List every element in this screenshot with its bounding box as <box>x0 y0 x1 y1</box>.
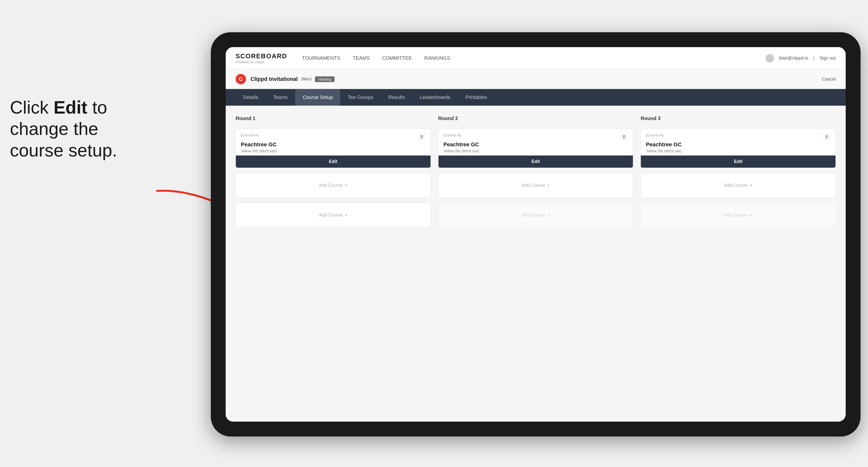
nav-rankings[interactable]: RANKINGS <box>424 54 450 62</box>
tab-results[interactable]: Results <box>381 89 412 106</box>
tab-navigation: Details Teams Course Setup Tee Groups Re… <box>226 89 846 106</box>
instruction-text: Click Edit tochange thecourse setup. <box>0 87 154 171</box>
nav-committee[interactable]: COMMITTEE <box>382 54 412 62</box>
round-1-title: Round 1 <box>236 116 431 121</box>
round-2-add-course-1[interactable]: Add Course + <box>438 173 633 198</box>
round-1-add-course-2[interactable]: Add Course + <box>236 203 431 227</box>
round-3-add-label-1: Add Course + <box>724 183 752 188</box>
logo-scoreboard: SCOREBOARD <box>236 52 287 60</box>
nav-teams[interactable]: TEAMS <box>353 54 370 62</box>
round-2-add-label-2: Add Course + <box>522 212 550 218</box>
round-2-course-details: Yellow (M) (6629 yds) <box>438 149 633 156</box>
round-2-column: Round 2 (Course A) 🗑 Peachtree GC Yellow… <box>438 116 633 227</box>
round-3-add-course-1[interactable]: Add Course + <box>641 173 836 198</box>
nav-links: TOURNAMENTS TEAMS COMMITTEE RANKINGS <box>302 54 766 62</box>
tournament-bar: C Clippd Invitational (Men) Hosting Canc… <box>226 69 846 89</box>
round-3-edit-button[interactable]: Edit <box>641 156 836 168</box>
round-2-add-label-1: Add Course + <box>522 183 550 188</box>
round-2-course-label: (Course A) <box>443 133 461 137</box>
instruction-line1: Click Edit tochange thecourse setup. <box>10 97 117 160</box>
round-3-course-card: (Course A) 🗑 Peachtree GC Yellow (M) (66… <box>641 129 836 168</box>
round-1-add-course-1[interactable]: Add Course + <box>236 173 431 198</box>
round-2-edit-button[interactable]: Edit <box>438 156 633 168</box>
round-1-add-label-1: Add Course + <box>319 183 347 188</box>
round-2-course-header: (Course A) 🗑 <box>438 129 633 142</box>
tournament-gender: (Men) <box>301 77 312 81</box>
instruction-bold: Edit <box>54 97 87 117</box>
user-avatar <box>766 54 774 62</box>
tournament-logo: C <box>236 74 246 84</box>
tournament-name: Clippd Invitational <box>250 76 298 82</box>
round-2-course-name: Peachtree GC <box>438 142 633 149</box>
user-email: blair@clippd.io <box>779 56 808 61</box>
sign-out-link[interactable]: Sign out <box>819 56 836 61</box>
logo-area: SCOREBOARD Powered by clippd <box>236 52 287 64</box>
nav-tournaments[interactable]: TOURNAMENTS <box>302 54 340 62</box>
round-1-course-name: Peachtree GC <box>236 142 431 149</box>
tab-leaderboards[interactable]: Leaderboards <box>412 89 458 106</box>
round-2-title: Round 2 <box>438 116 633 121</box>
round-3-course-header: (Course A) 🗑 <box>641 129 836 142</box>
round-3-course-details: Yellow (M) (6629 yds) <box>641 149 836 156</box>
round-2-add-course-2: Add Course + <box>438 203 633 227</box>
tab-printables[interactable]: Printables <box>458 89 495 106</box>
round-2-course-card: (Course A) 🗑 Peachtree GC Yellow (M) (66… <box>438 129 633 168</box>
round-1-course-details: Yellow (M) (6629 yds) <box>236 149 431 156</box>
tablet-frame: SCOREBOARD Powered by clippd TOURNAMENTS… <box>211 32 861 436</box>
round-1-column: Round 1 (Course A) 🗑 Peachtree GC Yellow… <box>236 116 431 227</box>
round-1-add-label-2: Add Course + <box>319 212 347 218</box>
tab-course-setup[interactable]: Course Setup <box>295 89 340 106</box>
nav-separator: | <box>813 56 814 61</box>
tab-details[interactable]: Details <box>236 89 266 106</box>
round-3-add-label-2: Add Course + <box>724 212 752 218</box>
cancel-button[interactable]: Cancel <box>822 76 836 82</box>
tab-teams[interactable]: Teams <box>266 89 295 106</box>
round-3-add-course-2: Add Course + <box>641 203 836 227</box>
round-1-delete-icon[interactable]: 🗑 <box>418 133 426 141</box>
main-content: Round 1 (Course A) 🗑 Peachtree GC Yellow… <box>226 106 846 422</box>
round-3-delete-icon[interactable]: 🗑 <box>823 133 831 141</box>
round-3-course-name: Peachtree GC <box>641 142 836 149</box>
round-3-title: Round 3 <box>641 116 836 121</box>
round-1-course-label: (Course A) <box>241 133 259 137</box>
top-nav: SCOREBOARD Powered by clippd TOURNAMENTS… <box>226 47 846 69</box>
rounds-grid: Round 1 (Course A) 🗑 Peachtree GC Yellow… <box>236 116 836 227</box>
round-1-edit-button[interactable]: Edit <box>236 156 431 168</box>
round-2-delete-icon[interactable]: 🗑 <box>620 133 628 141</box>
round-3-column: Round 3 (Course A) 🗑 Peachtree GC Yellow… <box>641 116 836 227</box>
tablet-screen: SCOREBOARD Powered by clippd TOURNAMENTS… <box>226 47 846 422</box>
hosting-badge: Hosting <box>315 76 335 82</box>
nav-right: blair@clippd.io | Sign out <box>766 54 836 62</box>
round-1-course-header: (Course A) 🗑 <box>236 129 431 142</box>
round-3-course-label: (Course A) <box>646 133 664 137</box>
tab-tee-groups[interactable]: Tee Groups <box>340 89 381 106</box>
logo-powered: Powered by clippd <box>236 60 287 64</box>
round-1-course-card: (Course A) 🗑 Peachtree GC Yellow (M) (66… <box>236 129 431 168</box>
